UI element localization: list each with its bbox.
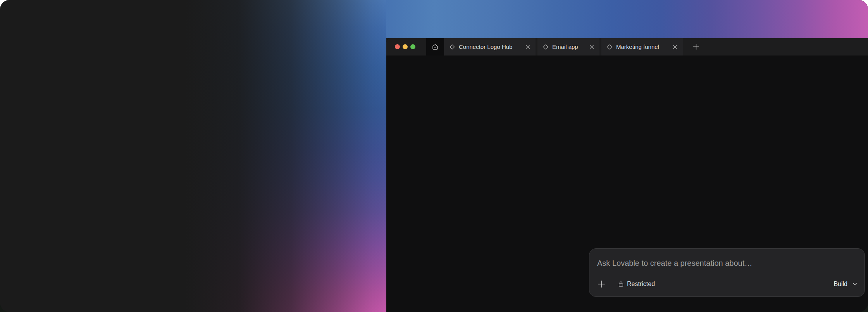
- attach-button[interactable]: [597, 280, 606, 288]
- prompt-panel: Restricted Build: [589, 248, 865, 297]
- gradient-glow-top: [386, 0, 868, 38]
- tab-email-app[interactable]: Email app: [537, 38, 599, 55]
- project-diamond-icon: [450, 44, 455, 50]
- gradient-glow-left-fade: [147, 0, 386, 312]
- visibility-selector[interactable]: Restricted: [618, 281, 655, 288]
- mode-label: Build: [834, 281, 847, 288]
- project-diamond-icon: [543, 44, 548, 50]
- plus-icon: [598, 280, 605, 288]
- mode-selector[interactable]: Build: [834, 281, 857, 288]
- close-tab-icon[interactable]: [673, 45, 677, 49]
- lock-icon: [618, 281, 624, 287]
- tab-label: Marketing funnel: [616, 43, 668, 50]
- chevron-down-icon: [852, 283, 857, 286]
- visibility-label: Restricted: [627, 281, 655, 288]
- new-tab-button[interactable]: [689, 40, 703, 54]
- close-tab-icon[interactable]: [589, 45, 594, 49]
- prompt-input[interactable]: [597, 257, 857, 269]
- tab-connector-logo-hub[interactable]: Connector Logo Hub: [444, 38, 536, 55]
- prompt-toolbar: Restricted Build: [597, 279, 857, 289]
- plus-icon: [693, 43, 699, 50]
- tab-label: Email app: [552, 43, 585, 50]
- tab-bar: Connector Logo Hub Email app: [386, 38, 868, 55]
- close-tab-icon[interactable]: [525, 45, 530, 49]
- minimize-window-button[interactable]: [403, 44, 408, 49]
- window-controls: [386, 38, 426, 55]
- desktop-backdrop: Connector Logo Hub Email app: [0, 0, 868, 312]
- maximize-window-button[interactable]: [410, 44, 415, 49]
- project-diamond-icon: [607, 44, 612, 50]
- tab-label: Connector Logo Hub: [459, 43, 521, 50]
- home-tab[interactable]: [426, 38, 444, 55]
- tab-marketing-funnel[interactable]: Marketing funnel: [601, 38, 683, 55]
- app-window: Connector Logo Hub Email app: [386, 38, 868, 312]
- close-window-button[interactable]: [395, 44, 400, 49]
- home-icon: [432, 43, 439, 50]
